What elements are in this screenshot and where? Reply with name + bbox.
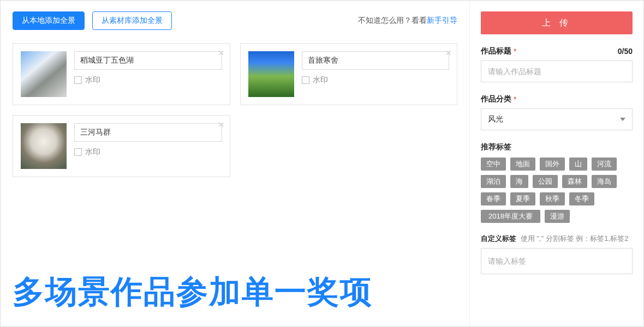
watermark-label: 水印 xyxy=(313,75,328,85)
custom-tags-hint: 使用 "," 分割标签 例：标签1,标签2 xyxy=(521,234,629,243)
custom-tags-label: 自定义标签 xyxy=(481,234,516,243)
card-body: 水印 xyxy=(74,123,222,169)
title-label: 作品标题 xyxy=(481,46,511,56)
close-icon[interactable]: × xyxy=(218,120,224,130)
panorama-title-input[interactable] xyxy=(74,123,222,142)
help-prefix: 不知道怎么用？看看 xyxy=(358,16,427,25)
panorama-title-input[interactable] xyxy=(302,51,450,70)
help-area: 不知道怎么用？看看新手引导 xyxy=(358,16,457,26)
tag-chip[interactable]: 地面 xyxy=(510,158,535,171)
tag-chip[interactable]: 山 xyxy=(569,158,587,171)
cards-grid: × 水印 × 水印 xyxy=(13,43,457,177)
tag-chip[interactable]: 森林 xyxy=(562,175,587,188)
card-body: 水印 xyxy=(74,51,222,97)
tag-chip[interactable]: 2018年度大赛 xyxy=(481,210,540,223)
watermark-row: 水印 xyxy=(74,147,222,157)
add-from-library-button[interactable]: 从素材库添加全景 xyxy=(92,11,172,30)
watermark-checkbox[interactable] xyxy=(302,76,309,84)
custom-tags-row: 自定义标签 使用 "," 分割标签 例：标签1,标签2 xyxy=(481,234,633,244)
required-mark: * xyxy=(514,47,516,56)
custom-tags-input[interactable] xyxy=(481,248,633,274)
recommended-tags: 空中 地面 国外 山 河流 湖泊 海 公园 森林 海岛 春季 夏季 秋季 冬季 … xyxy=(481,158,633,223)
work-title-input[interactable] xyxy=(481,60,633,82)
required-mark: * xyxy=(514,95,516,104)
tag-chip[interactable]: 湖泊 xyxy=(481,175,506,188)
tag-chip[interactable]: 国外 xyxy=(540,158,565,171)
tag-chip[interactable]: 海 xyxy=(510,175,528,188)
watermark-checkbox[interactable] xyxy=(74,76,82,84)
add-from-local-button[interactable]: 从本地添加全景 xyxy=(13,11,85,30)
main-panel: 从本地添加全景 从素材库添加全景 不知道怎么用？看看新手引导 × 水印 × xyxy=(1,1,470,326)
watermark-label: 水印 xyxy=(85,75,100,85)
card-body: 水印 xyxy=(302,51,450,97)
side-panel: 上 传 作品标题 * 0/50 作品分类 * 风光 推荐标签 空中 地面 国外 xyxy=(470,1,643,326)
title-field: 作品标题 * 0/50 xyxy=(481,46,633,82)
watermark-checkbox[interactable] xyxy=(74,148,82,156)
panorama-thumbnail xyxy=(248,51,294,97)
topbar: 从本地添加全景 从素材库添加全景 不知道怎么用？看看新手引导 xyxy=(13,11,457,30)
tag-chip[interactable]: 秋季 xyxy=(540,192,565,205)
upload-button[interactable]: 上 传 xyxy=(481,11,633,34)
category-value: 风光 xyxy=(488,114,503,124)
tag-chip[interactable]: 空中 xyxy=(481,158,506,171)
category-label: 作品分类 xyxy=(481,94,511,104)
tag-chip[interactable]: 公园 xyxy=(533,175,558,188)
category-select[interactable]: 风光 xyxy=(481,108,633,130)
help-link[interactable]: 新手引导 xyxy=(427,16,457,25)
close-icon[interactable]: × xyxy=(445,48,451,58)
panorama-card: × 水印 xyxy=(13,115,230,177)
panorama-card: × 水印 xyxy=(13,43,230,105)
tag-chip[interactable]: 冬季 xyxy=(569,192,594,205)
banner-text: 多场景作品参加单一奖项 xyxy=(13,263,457,326)
category-field: 作品分类 * 风光 xyxy=(481,94,633,130)
tags-section-title: 推荐标签 xyxy=(481,142,633,152)
app-root: 从本地添加全景 从素材库添加全景 不知道怎么用？看看新手引导 × 水印 × xyxy=(0,0,644,327)
tag-chip[interactable]: 漫游 xyxy=(545,210,570,223)
tag-chip[interactable]: 春季 xyxy=(481,192,506,205)
category-field-head: 作品分类 * xyxy=(481,94,633,104)
panorama-title-input[interactable] xyxy=(74,51,222,70)
title-field-head: 作品标题 * 0/50 xyxy=(481,46,633,56)
close-icon[interactable]: × xyxy=(218,48,224,58)
panorama-thumbnail xyxy=(21,123,67,169)
panorama-thumbnail xyxy=(21,51,67,97)
tag-chip[interactable]: 海岛 xyxy=(592,175,617,188)
tag-chip[interactable]: 夏季 xyxy=(510,192,535,205)
watermark-label: 水印 xyxy=(85,147,100,157)
watermark-row: 水印 xyxy=(74,75,222,85)
chevron-down-icon xyxy=(620,118,625,121)
tag-chip[interactable]: 河流 xyxy=(592,158,617,171)
watermark-row: 水印 xyxy=(302,75,450,85)
title-counter: 0/50 xyxy=(618,47,633,56)
panorama-card: × 水印 xyxy=(240,43,458,105)
